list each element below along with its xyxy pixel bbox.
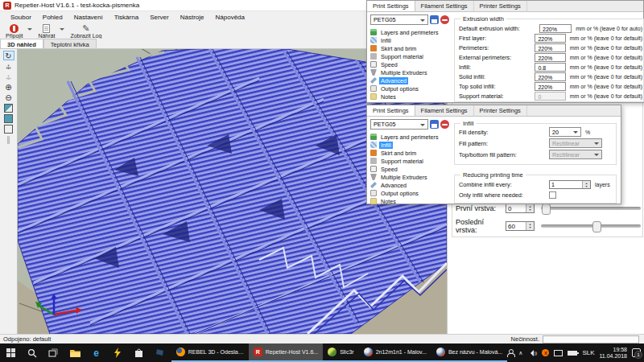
people-icon[interactable] [507, 349, 514, 356]
parallel-projection-icon[interactable]: ∥ [3, 134, 14, 144]
taskbar-app-paint-1[interactable]: 2n12m1n1 - Malov... [359, 343, 431, 362]
viewport-toolbar: ↻ ↔↕ ↔↕ ⊕ ⊖ ∥ [0, 49, 18, 334]
tab-printer-settings[interactable]: Printer Settings [474, 105, 527, 116]
tab-temperature-curve[interactable]: Teplotní křivka [43, 39, 97, 48]
list-item[interactable]: Skirt and brim [370, 149, 451, 157]
taskbar-app-repetier[interactable]: R Repetier-Host V1.6... [249, 343, 323, 362]
idle-status: Nečinnost. [511, 335, 539, 343]
spinner-icon[interactable]: ▴▾ [582, 181, 590, 188]
top-fill-pattern-select[interactable]: Rectilinear [549, 150, 602, 159]
move-object-icon[interactable]: ↔↕ [3, 61, 14, 71]
list-item[interactable]: Notes [370, 93, 451, 101]
slider-thumb[interactable] [542, 204, 551, 215]
taskbar-app-firefox[interactable]: REBEL 3D - Odeslat... [171, 343, 249, 362]
menu-soubor[interactable]: Soubor [5, 12, 37, 23]
extrusion-input[interactable]: 220% [535, 43, 565, 52]
list-item[interactable]: Advanced [370, 181, 451, 189]
isometric-view-icon[interactable] [3, 103, 14, 113]
load-dropdown-icon[interactable] [60, 28, 64, 33]
combine-infill-input[interactable]: 1 ▴▾ [549, 180, 591, 189]
last-layer-slider[interactable] [541, 224, 641, 228]
connect-dropdown-icon[interactable] [27, 28, 32, 33]
list-item[interactable]: Layers and perimeters [370, 133, 451, 141]
menu-nastaveni[interactable]: Nastavení [68, 12, 109, 23]
speaker-icon[interactable]: )) [527, 350, 537, 356]
extrusion-input[interactable]: 220% [535, 72, 565, 81]
tab-filament-settings[interactable]: Filament Settings [415, 1, 474, 11]
last-layer-input[interactable]: 60 ▴▾ [506, 221, 535, 231]
delete-preset-icon[interactable] [440, 120, 449, 129]
list-item[interactable]: Support material [370, 157, 451, 165]
show-log-button[interactable]: ✎ Zobrazit Log [68, 23, 104, 39]
fill-density-select[interactable]: 20 [549, 127, 581, 137]
tab-filament-settings[interactable]: Filament Settings [415, 105, 474, 116]
slider-thumb[interactable] [592, 221, 601, 232]
monitor-icon[interactable] [554, 350, 563, 356]
extrusion-input[interactable]: 0.8 [535, 63, 565, 72]
list-item[interactable]: Skirt and brim [370, 44, 451, 52]
start-button[interactable] [0, 343, 22, 362]
preset-select[interactable]: PETG05 [370, 14, 428, 25]
tray-chevron-icon[interactable]: ∧ [518, 350, 522, 356]
taskbar-app-paint-2[interactable]: Bez názvu - Malová... [431, 343, 507, 362]
clock[interactable]: 19:58 11.04.2018 [600, 347, 628, 360]
list-item[interactable]: Multiple Extruders [370, 68, 451, 76]
file-explorer-button[interactable] [64, 343, 86, 362]
avast-icon[interactable]: x [542, 349, 549, 356]
menu-tiskarna[interactable]: Tiskárna [109, 12, 144, 23]
list-item[interactable]: Speed [370, 60, 451, 68]
save-preset-icon[interactable] [430, 120, 439, 129]
preset-select[interactable]: PETG05 [370, 119, 428, 130]
extrusion-input[interactable]: 220% [535, 82, 565, 91]
extrusion-input[interactable]: 220% [539, 24, 572, 33]
list-item[interactable]: Output options [370, 189, 451, 197]
first-layer-input[interactable]: 0 ▴▾ [506, 204, 535, 213]
front-view-icon[interactable] [3, 113, 14, 123]
move-viewpoint-icon[interactable]: ↔↕ [3, 72, 14, 81]
list-item[interactable]: Speed [370, 165, 451, 173]
zoom-out-icon[interactable]: ⊖ [3, 93, 14, 102]
list-item[interactable]: Infill [370, 36, 451, 44]
form-row: Solid infill:220%mm or % (leave 0 for de… [459, 72, 642, 81]
extrusion-input[interactable]: 220% [535, 34, 565, 43]
menu-pohled[interactable]: Pohled [37, 12, 68, 23]
app-laptop-button[interactable] [150, 343, 171, 362]
delete-preset-icon[interactable] [440, 15, 449, 24]
perspective-view-icon[interactable] [3, 124, 14, 134]
spinner-icon[interactable]: ▴▾ [526, 222, 534, 230]
action-center-icon[interactable]: 1 [632, 348, 641, 357]
list-item[interactable]: Output options [370, 84, 451, 93]
list-item[interactable]: Support material [370, 52, 451, 60]
rotate-icon[interactable]: ↻ [3, 51, 14, 60]
winamp-button[interactable] [107, 343, 129, 362]
list-item-selected[interactable]: Advanced [370, 76, 451, 84]
search-button[interactable] [22, 343, 43, 362]
fill-pattern-select[interactable]: Rectilinear [549, 138, 602, 148]
tab-print-settings[interactable]: Print Settings [367, 105, 415, 116]
list-item[interactable]: Notes [370, 197, 451, 205]
first-layer-slider[interactable] [541, 207, 641, 210]
menu-nastroje[interactable]: Nástroje [175, 12, 210, 23]
tab-print-settings[interactable]: Print Settings [367, 1, 415, 11]
menu-server[interactable]: Server [144, 12, 175, 23]
store-button[interactable] [129, 343, 151, 362]
slic3r-icon [328, 348, 336, 356]
load-button[interactable]: Náhrát [35, 23, 57, 39]
save-preset-icon[interactable] [430, 15, 439, 24]
taskbar-app-slic3r[interactable]: Slic3r [323, 343, 359, 362]
list-item-selected[interactable]: Infill [370, 141, 451, 149]
only-infill-checkbox[interactable] [549, 191, 556, 199]
list-item[interactable]: Layers and perimeters [370, 28, 451, 36]
edge-button[interactable]: e [85, 343, 107, 362]
menu-napoveda[interactable]: Nápověda [210, 12, 250, 23]
task-view-button[interactable] [43, 343, 64, 362]
connect-button[interactable]: Připojit [3, 23, 25, 39]
extrusion-input[interactable]: 220% [535, 53, 565, 62]
tab-printer-settings[interactable]: Printer Settings [474, 1, 527, 11]
list-item[interactable]: Multiple Extruders [370, 173, 451, 181]
zoom-in-icon[interactable]: ⊕ [3, 82, 14, 92]
spinner-icon[interactable]: ▴▾ [526, 204, 534, 212]
language-indicator[interactable]: SLK [582, 349, 594, 356]
tab-3d-preview[interactable]: 3D náhled [0, 39, 43, 48]
battery-icon[interactable] [568, 351, 577, 356]
